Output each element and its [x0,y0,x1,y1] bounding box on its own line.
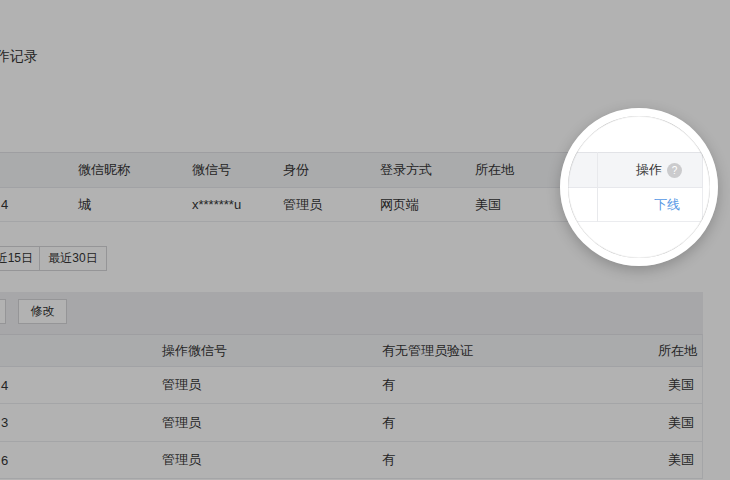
log-location: 美国 [668,404,694,441]
help-icon[interactable]: ? [667,163,682,178]
session-login-method: 网页端 [380,188,419,221]
log-id-fragment: 4 [1,367,8,403]
log-verified: 有 [382,442,395,478]
offline-link[interactable]: 下线 [654,188,680,221]
log-table-row: 4 管理员 有 美国 [0,367,703,404]
column-header-location: 所在地 [475,153,514,187]
log-table-row: 3 管理员 有 美国 [0,404,703,442]
action-column-divider [597,152,598,222]
toolbar-button-partial[interactable] [0,299,6,324]
session-id-fragment: 4 [1,188,8,221]
admin-console-page: 作记录 微信昵称 微信号 身份 登录方式 所在地 操作 ? 4 城 x*****… [0,0,730,480]
column-header-admin-verified: 有无管理员验证 [382,335,473,366]
log-table-row: 6 管理员 有 美国 [0,442,703,479]
log-location: 美国 [668,442,694,478]
log-table-header-row: 操作微信号 有无管理员验证 所在地 [0,334,703,367]
page-title: 作记录 [0,48,38,66]
log-operator: 管理员 [162,442,201,478]
session-identity: 管理员 [283,188,322,221]
log-verified: 有 [382,367,395,403]
column-header-login-method: 登录方式 [380,153,432,187]
column-header-nickname: 微信昵称 [78,153,130,187]
log-location: 美国 [668,367,694,403]
column-header-action: 操作 [636,161,662,179]
column-header-action-group: 操作 ? [636,153,682,187]
log-operator: 管理员 [162,367,201,403]
log-id-fragment: 3 [1,404,8,441]
log-operator: 管理员 [162,404,201,441]
column-header-operator-wechat-id: 操作微信号 [162,335,227,366]
filter-recent-15-button[interactable]: 近15日 [0,246,39,271]
log-id-fragment: 6 [1,442,8,478]
log-verified: 有 [382,404,395,441]
column-header-wechat-id: 微信号 [192,153,231,187]
column-header-log-location: 所在地 [658,335,697,366]
session-nickname: 城 [78,188,91,221]
filter-recent-30-button[interactable]: 最近30日 [39,246,107,271]
log-toolbar [0,292,703,334]
session-wechat-id: x*******u [192,188,241,221]
session-location: 美国 [475,188,501,221]
modify-button[interactable]: 修改 [18,299,67,324]
column-header-identity: 身份 [283,153,309,187]
